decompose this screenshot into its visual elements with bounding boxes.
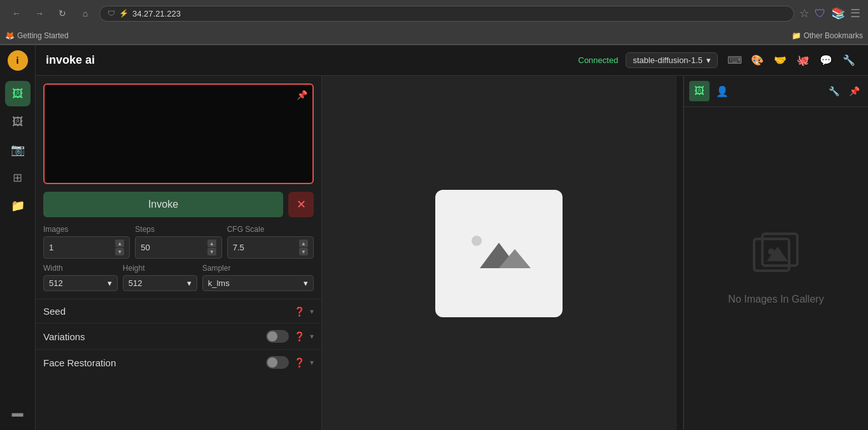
steps-up[interactable]: ▲ xyxy=(207,240,216,247)
seed-title: Seed xyxy=(43,306,294,317)
getting-started-bookmark[interactable]: 🦊 Getting Started xyxy=(5,31,69,40)
sidebar-icon-upload[interactable]: 📷 xyxy=(5,137,31,162)
cfg-down[interactable]: ▼ xyxy=(299,248,308,255)
forward-button[interactable]: → xyxy=(31,4,48,22)
logo-letter: i xyxy=(17,55,19,66)
images-input[interactable]: 1 ▲ ▼ xyxy=(43,236,130,259)
settings-icon[interactable]: 🔧 xyxy=(840,52,858,69)
app-logo: invoke ai xyxy=(46,54,95,67)
images-group: Images 1 ▲ ▼ xyxy=(43,225,130,259)
app-logo-circle: i xyxy=(8,50,28,71)
panel-settings-btn[interactable]: 🔧 xyxy=(825,82,843,100)
prompt-textarea[interactable] xyxy=(45,85,312,180)
svg-point-7 xyxy=(768,248,774,255)
panel-tab-user[interactable]: 👤 xyxy=(712,81,732,101)
sampler-label: Sampler xyxy=(202,264,314,273)
cfg-value: 7.5 xyxy=(233,243,244,252)
gallery-area: No Images In Gallery xyxy=(684,107,868,430)
panel-pin-btn[interactable]: 📌 xyxy=(845,82,863,100)
face-restoration-title: Face Restoration xyxy=(43,357,266,368)
left-sidebar: i 🖼 🖼 📷 ⊞ 📁 ▬ xyxy=(0,45,36,430)
grid-icon: ⊞ xyxy=(13,171,22,185)
panel-pin-icon: 📌 xyxy=(849,86,860,96)
address-bar[interactable]: 🛡 ⚡ 34.27.21.223 xyxy=(99,6,794,22)
images-up[interactable]: ▲ xyxy=(115,240,124,247)
variations-toggle[interactable] xyxy=(266,330,289,343)
whs-grid: Width 512 ▾ Height 512 ▾ xyxy=(36,264,321,291)
github-icon[interactable]: 🐙 xyxy=(794,52,812,69)
sidebar-icon-generate[interactable]: 🖼 xyxy=(5,81,31,106)
face-restoration-section[interactable]: Face Restoration ❓ ▾ xyxy=(36,349,321,375)
discord-icon[interactable]: 💬 xyxy=(817,52,835,69)
vertical-divider[interactable] xyxy=(676,76,683,430)
width-group: Width 512 ▾ xyxy=(43,264,118,291)
images-value: 1 xyxy=(49,243,53,252)
width-select[interactable]: 512 ▾ xyxy=(43,275,118,291)
params-grid: Images 1 ▲ ▼ Steps 50 xyxy=(36,225,321,259)
back-button[interactable]: ← xyxy=(8,4,25,22)
cancel-button[interactable]: ✕ xyxy=(288,192,314,217)
app-container: i 🖼 🖼 📷 ⊞ 📁 ▬ invoke ai Conne xyxy=(0,45,868,430)
bookmark-icon: 🦊 xyxy=(5,31,15,40)
seed-chevron-icon[interactable]: ▾ xyxy=(310,307,314,316)
height-select[interactable]: 512 ▾ xyxy=(123,275,197,291)
shield-icon: 🛡 xyxy=(815,7,826,20)
invoke-row: Invoke ✕ xyxy=(36,192,321,225)
mountain-icon xyxy=(461,227,537,280)
panel-tab-images[interactable]: 🖼 xyxy=(689,81,710,101)
folder-icon: 📁 xyxy=(792,31,801,40)
keyboard-icon[interactable]: ⌨ xyxy=(725,52,743,69)
sidebar-icon-folder[interactable]: 📁 xyxy=(5,193,31,219)
seed-help-icon[interactable]: ❓ xyxy=(294,306,305,317)
cfg-up[interactable]: ▲ xyxy=(299,240,308,247)
cfg-input[interactable]: 7.5 ▲ ▼ xyxy=(227,236,314,259)
gallery-empty-icon xyxy=(751,233,802,286)
other-bookmarks-label: Other Bookmarks xyxy=(804,31,863,40)
sampler-group: Sampler k_lms ▾ xyxy=(202,264,314,291)
upload-icon: 📷 xyxy=(11,143,25,157)
model-selector[interactable]: stable-diffusion-1.5 ▾ xyxy=(626,52,718,68)
top-bar-icons: ⌨ 🎨 🤝 🐙 💬 🔧 xyxy=(725,52,858,69)
cfg-group: CFG Scale 7.5 ▲ ▼ xyxy=(227,225,314,259)
steps-spinners: ▲ ▼ xyxy=(207,240,216,255)
reload-button[interactable]: ↻ xyxy=(53,4,71,22)
steps-input[interactable]: 50 ▲ ▼ xyxy=(135,236,221,259)
sidebar-icon-gallery[interactable]: 🖼 xyxy=(5,109,31,134)
images-spinners: ▲ ▼ xyxy=(115,240,124,255)
home-button[interactable]: ⌂ xyxy=(76,4,94,22)
library-icon[interactable]: 📚 xyxy=(831,6,845,20)
generate-icon: 🖼 xyxy=(12,87,24,101)
bookmark-label: Getting Started xyxy=(17,31,69,40)
menu-icon[interactable]: ☰ xyxy=(850,6,860,20)
model-value: stable-diffusion-1.5 xyxy=(633,55,703,65)
url-text: 34.27.21.223 xyxy=(132,9,181,18)
app-title: invoke ai xyxy=(46,54,95,67)
sidebar-icon-grid[interactable]: ⊞ xyxy=(5,165,31,190)
height-chevron: ▾ xyxy=(187,278,192,288)
images-down[interactable]: ▼ xyxy=(115,248,124,255)
sidebar-icon-panel[interactable]: ▬ xyxy=(5,400,31,426)
gallery-icon-side: 🖼 xyxy=(12,115,24,129)
right-panel-header: 🖼 👤 🔧 📌 xyxy=(684,76,868,107)
steps-down[interactable]: ▼ xyxy=(207,248,216,255)
variations-title: Variations xyxy=(43,331,266,342)
face-restoration-chevron-icon[interactable]: ▾ xyxy=(310,358,314,367)
variations-section[interactable]: Variations ❓ ▾ xyxy=(36,323,321,349)
invoke-button[interactable]: Invoke xyxy=(43,192,283,217)
browser-toolbar: ← → ↻ ⌂ 🛡 ⚡ 34.27.21.223 ☆ 🛡 📚 ☰ xyxy=(0,0,868,27)
star-icon[interactable]: ☆ xyxy=(799,6,809,20)
browser-bookmarks: 🦊 Getting Started 📁 Other Bookmarks xyxy=(0,27,868,45)
other-bookmarks[interactable]: 📁 Other Bookmarks xyxy=(792,31,863,40)
face-restoration-help-icon[interactable]: ❓ xyxy=(294,357,305,368)
sampler-select[interactable]: k_lms ▾ xyxy=(202,275,314,291)
variations-chevron-icon[interactable]: ▾ xyxy=(310,332,314,341)
community-icon[interactable]: 🤝 xyxy=(771,52,789,69)
pin-icon[interactable]: 📌 xyxy=(297,90,307,100)
face-restoration-toggle[interactable] xyxy=(266,356,289,369)
variations-help-icon[interactable]: ❓ xyxy=(294,331,305,341)
seed-controls: ❓ ▾ xyxy=(294,306,314,317)
width-value: 512 xyxy=(49,278,63,288)
seed-section[interactable]: Seed ❓ ▾ xyxy=(36,299,321,323)
palette-icon[interactable]: 🎨 xyxy=(748,52,766,69)
cfg-label: CFG Scale xyxy=(227,225,314,234)
